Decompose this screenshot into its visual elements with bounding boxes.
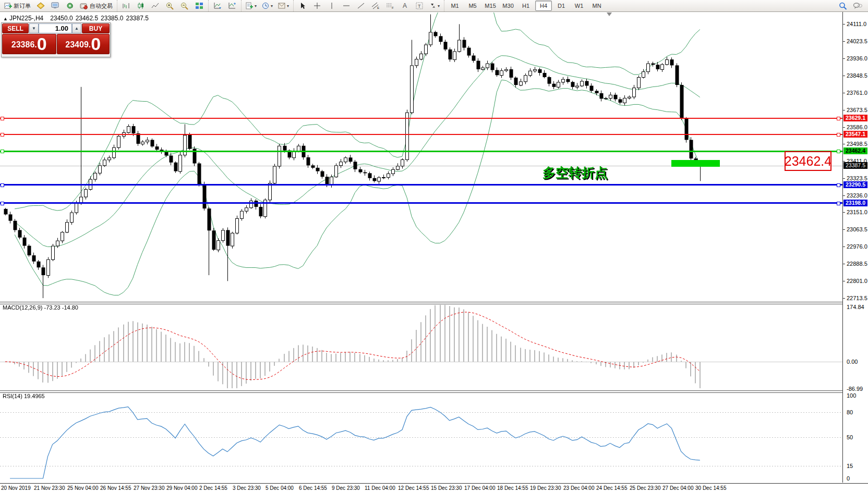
autotrading-button[interactable]: 自动交易 — [78, 1, 115, 11]
periods-dropdown[interactable]: ▾ — [271, 4, 273, 8]
level-line-23462.4[interactable] — [0, 151, 842, 152]
level-line-handle[interactable] — [837, 202, 840, 205]
time-axis-label: 27 Dec 04:00 — [662, 485, 694, 491]
level-line-handle[interactable] — [1, 150, 4, 153]
timeframe-button-mn[interactable]: MN — [588, 1, 605, 11]
vertical-line-button[interactable] — [325, 1, 339, 11]
macd-splitter[interactable] — [0, 302, 868, 304]
sell-price-main: 23386 — [11, 37, 35, 53]
level-line-handle[interactable] — [1, 183, 4, 187]
level-line-handle[interactable] — [1, 202, 4, 205]
sell-price-frac: 0 — [37, 35, 47, 53]
add-indicator-button[interactable]: ▾ — [244, 1, 259, 11]
level-line-23198.0[interactable] — [0, 202, 842, 204]
level-line-handle[interactable] — [837, 133, 840, 137]
price-axis-label: 24023.5 — [847, 38, 867, 44]
community-chat-icon — [853, 2, 862, 9]
price-callout-label[interactable]: 23462.4 — [785, 151, 831, 171]
crosshair-button[interactable] — [310, 1, 324, 11]
volume-decrease-button[interactable]: ▼ — [29, 23, 39, 33]
time-axis[interactable]: 20 Nov 201921 Nov 23:3025 Nov 04:0026 No… — [0, 483, 868, 493]
level-line-handle[interactable] — [837, 150, 840, 153]
horizontal-line-button[interactable] — [340, 1, 353, 11]
price-axis[interactable]: 24111.024023.523936.023848.523761.023673… — [842, 12, 868, 483]
time-axis-label: 2 Dec 14:55 — [199, 485, 227, 491]
zoom-in-button[interactable] — [163, 1, 177, 11]
fibonacci-icon: F — [386, 2, 394, 9]
new-order-button[interactable]: 新订单 — [2, 1, 33, 11]
timeframe-button-w1[interactable]: W1 — [571, 1, 587, 11]
terminal-icon — [51, 2, 59, 9]
timeframe-button-h1[interactable]: H1 — [517, 1, 534, 11]
fibonacci-button[interactable]: F — [383, 1, 397, 11]
timeframe-button-m30[interactable]: M30 — [500, 1, 516, 11]
periods-button[interactable]: ▾ — [260, 1, 275, 11]
cursor-button[interactable] — [296, 1, 309, 11]
indicator-window-button[interactable] — [211, 1, 224, 11]
level-line-handle[interactable] — [1, 133, 4, 137]
rsi-splitter[interactable] — [0, 390, 868, 393]
price-axis-label: 22801.0 — [847, 278, 867, 284]
bar-chart-button[interactable] — [119, 1, 133, 11]
buy-button[interactable]: BUY — [82, 23, 110, 33]
add-indicator-dropdown[interactable]: ▾ — [255, 4, 257, 8]
symbol-name: JPN225-,H4 — [9, 15, 43, 22]
macd-plot[interactable] — [0, 303, 842, 390]
highlight-rectangle[interactable] — [671, 160, 720, 167]
timeframe-button-m5[interactable]: M5 — [464, 1, 481, 11]
community-button[interactable] — [851, 1, 864, 11]
tile-windows-button[interactable] — [192, 1, 206, 11]
signals-button[interactable] — [63, 1, 77, 11]
timeframe-button-m1[interactable]: M1 — [447, 1, 463, 11]
level-line-handle[interactable] — [837, 117, 840, 120]
arrows-dropdown[interactable]: ▾ — [438, 4, 440, 8]
level-line-23629.1[interactable] — [0, 118, 842, 119]
trendline-button[interactable] — [354, 1, 368, 11]
zoom-out-button[interactable] — [178, 1, 191, 11]
time-axis-label: 12 Dec 14:55 — [398, 485, 429, 491]
level-line-handle[interactable] — [1, 117, 4, 120]
search-button[interactable] — [836, 1, 850, 11]
level-line-handle[interactable] — [837, 183, 840, 187]
add-indicator-icon — [246, 2, 254, 9]
level-line-23547.1[interactable] — [0, 134, 842, 135]
price-axis-label: 23236.0 — [847, 192, 867, 199]
price-axis-tick — [843, 24, 845, 24]
turning-point-annotation[interactable]: 多空转折点 — [542, 164, 608, 181]
candlestick-chart-button[interactable] — [134, 1, 148, 11]
arrows-button[interactable]: ▾ — [427, 1, 442, 11]
objects-window-button[interactable] — [225, 1, 239, 11]
rsi-scale-label: 0 — [847, 475, 850, 482]
metaeditor-button[interactable] — [34, 1, 47, 11]
text-button[interactable]: A — [398, 1, 412, 11]
text-label-button[interactable]: T — [413, 1, 426, 11]
collapse-icon[interactable]: ▲ — [3, 16, 8, 21]
equidistant-channel-button[interactable]: E — [369, 1, 382, 11]
timeframe-button-d1[interactable]: D1 — [553, 1, 570, 11]
timeframe-button-h4[interactable]: H4 — [535, 1, 552, 11]
toolbar-group-timeframes: M1M5M15M30H1H4D1W1MN — [444, 0, 607, 11]
price-axis-tick — [843, 76, 845, 76]
trade-panel-price-row: 23386.0 23409.0 — [2, 34, 110, 55]
volume-input[interactable]: 1.00 — [39, 23, 72, 33]
sell-button[interactable]: SELL — [2, 23, 29, 33]
tile-windows-icon — [195, 2, 203, 9]
signals-icon — [66, 2, 74, 9]
templates-dropdown[interactable]: ▾ — [287, 4, 289, 8]
templates-button[interactable]: ▾ — [276, 1, 291, 11]
level-line-23290.5[interactable] — [0, 184, 842, 186]
terminal-button[interactable] — [49, 1, 62, 11]
line-chart-button[interactable] — [149, 1, 162, 11]
vertical-line-icon — [329, 2, 334, 9]
rsi-value: 19.4965 — [24, 393, 45, 399]
chart-shift-marker[interactable] — [607, 13, 612, 16]
volume-increase-button[interactable]: ▲ — [72, 23, 81, 33]
macd-scale-label: 0.00 — [847, 359, 858, 365]
rsi-plot[interactable] — [0, 392, 842, 483]
time-axis-label: 30 Dec 14:55 — [695, 485, 727, 491]
time-axis-label: 21 Nov 23:30 — [34, 485, 65, 491]
candlestick-plot[interactable] — [0, 13, 842, 301]
toolbar-group-trade: 新订单 自动交易 — [0, 0, 117, 11]
timeframe-button-m15[interactable]: M15 — [482, 1, 499, 11]
price-axis-tick — [843, 281, 845, 281]
